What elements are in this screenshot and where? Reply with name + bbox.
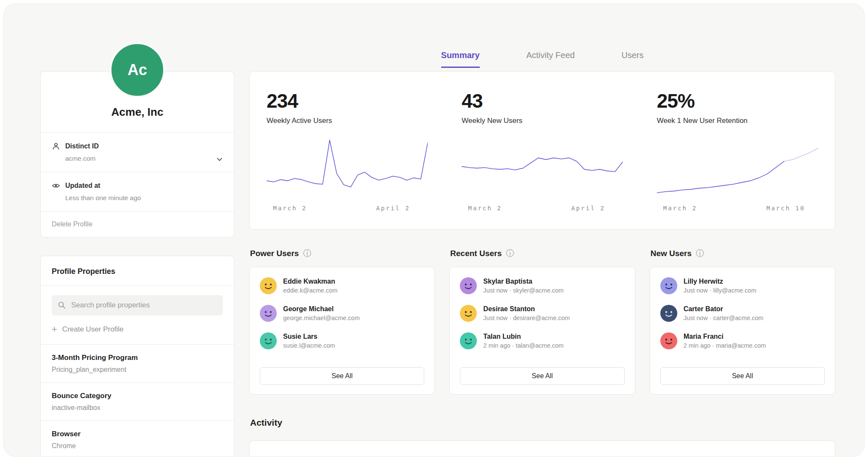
metric-label: Week 1 New User Retention [657,117,818,125]
x-tick: March 2 [468,205,502,212]
user-row[interactable]: George Michael george.michael@acme.com [260,305,424,322]
see-all-button[interactable]: See All [660,367,825,385]
create-user-profile-label: Create User Profile [62,325,124,334]
profile-properties-search[interactable] [52,295,223,315]
tab-summary[interactable]: Summary [441,50,480,68]
face-icon [660,332,677,349]
property-row[interactable]: 3-Month Pricing Program Pricing_plan_exp… [41,344,234,382]
activity-stat: 3.4k [640,441,835,457]
recent-users-header: Recent Users ⓘ [450,248,635,259]
power-users-card: Eddie Kwakman eddie.k@acme.com George Mi… [249,267,435,395]
metric-value: 43 [462,89,623,112]
tab-bar: Summary Activity Feed Users [249,50,835,68]
user-subtext: 2 min ago · talan@acme.com [483,342,564,349]
create-user-profile-button[interactable]: + Create User Profile [41,323,234,344]
face-icon [460,277,477,294]
user-subtext: Just now · carter@acme.com [684,315,764,321]
user-row[interactable]: Carter Bator Just now · carter@acme.com [660,305,825,322]
user-avatar [460,277,477,294]
user-row[interactable]: Maria Franci 2 min ago · maria@acme.com [660,332,825,349]
user-lists: Power Users ⓘ Eddie Kwakman eddie.k@acme… [249,248,835,395]
power-users-column: Power Users ⓘ Eddie Kwakman eddie.k@acme… [249,248,435,395]
user-subtext: Just now · lilly@acme.com [684,287,757,294]
user-name: Talan Lubin [483,333,564,340]
face-icon [660,277,677,294]
user-avatar [460,332,477,349]
face-icon [260,332,277,349]
updated-at-label: Updated at [65,182,100,190]
metric-label: Weekly New Users [462,117,623,125]
x-tick: April 2 [571,205,605,212]
user-avatar [460,305,477,322]
x-axis: March 2 March 10 [657,205,818,213]
metric-value: 25% [657,89,818,112]
info-icon[interactable]: ⓘ [303,248,311,259]
property-value: Chrome [52,442,223,450]
recent-users-column: Recent Users ⓘ Skylar Baptista Just now … [449,248,635,395]
user-avatar [660,332,677,349]
metric-weekly-new-users: 43 Weekly New Users March 2 April 2 [445,72,640,229]
sparkline-week1-retention [657,137,818,201]
user-avatar [660,277,677,294]
user-name: Desirae Stanton [483,305,570,313]
x-tick: March 2 [273,205,307,212]
user-row[interactable]: Talan Lubin 2 min ago · talan@acme.com [460,332,624,349]
summary-metrics-card: 234 Weekly Active Users March 2 April 2 … [249,71,835,230]
user-name: Skylar Baptista [483,278,564,285]
info-icon[interactable]: ⓘ [506,248,514,259]
metric-value: 234 [267,89,428,112]
face-icon [260,277,277,294]
activity-card: 234 240 3.4k [249,440,835,457]
distinct-id-row[interactable]: Distinct ID acme.com [41,132,234,172]
distinct-id-value: acme.com [65,155,223,162]
user-name: Maria Franci [684,333,766,340]
user-row[interactable]: Skylar Baptista Just now · skyler@acme.c… [460,277,624,294]
user-subtext: Just now · desirare@acme.com [483,315,570,321]
list-title: New Users [651,249,692,258]
see-all-button[interactable]: See All [460,367,624,385]
sparkline-weekly-new-users [462,137,623,201]
face-icon [460,332,477,349]
user-avatar [260,277,277,294]
info-icon[interactable]: ⓘ [696,248,704,259]
tab-activity-feed[interactable]: Activity Feed [526,50,575,68]
user-subtext: Just now · skyler@acme.com [483,287,564,294]
search-icon [58,301,66,309]
user-name: Susie Lars [283,333,335,340]
activity-stat: 240 [445,441,640,457]
activity-title: Activity [250,418,282,428]
tab-users[interactable]: Users [621,50,643,68]
x-axis: March 2 April 2 [267,205,428,213]
list-title: Recent Users [450,249,501,258]
user-row[interactable]: Desirae Stanton Just now · desirare@acme… [460,305,624,322]
face-icon [660,305,677,322]
property-row[interactable]: Browser Chrome [41,421,234,457]
user-avatar [260,332,277,349]
property-row[interactable]: Bounce Category inactive-mailbox [41,382,234,421]
x-axis: March 2 April 2 [462,205,623,213]
company-avatar: Ac [109,42,165,98]
user-name: George Michael [283,305,360,313]
sparkline-weekly-active-users [267,137,428,201]
company-profile-card: Ac Acme, Inc Distinct ID acme.com Update… [40,71,234,237]
delete-profile-button[interactable]: Delete Profile [41,211,234,237]
metric-weekly-active-users: 234 Weekly Active Users March 2 April 2 [250,72,445,229]
x-tick: March 2 [663,205,697,212]
chevron-down-icon[interactable] [215,155,224,164]
property-name: Browser [52,430,223,438]
search-input[interactable] [70,301,217,310]
power-users-header: Power Users ⓘ [250,248,435,259]
x-tick: April 2 [376,205,410,212]
updated-at-value: Less than one minute ago [65,194,223,202]
user-row[interactable]: Eddie Kwakman eddie.k@acme.com [260,277,424,294]
user-row[interactable]: Susie Lars susie.l@acme.com [260,332,424,349]
distinct-id-label: Distinct ID [65,142,99,150]
user-subtext: eddie.k@acme.com [283,287,337,294]
user-name: Lilly Herwitz [684,278,757,285]
see-all-button[interactable]: See All [260,367,424,385]
eye-icon [52,181,60,190]
user-row[interactable]: Lilly Herwitz Just now · lilly@acme.com [660,277,825,294]
user-subtext: george.michael@acme.com [283,315,360,321]
x-tick: March 10 [766,205,805,212]
metric-week1-retention: 25% Week 1 New User Retention March 2 Ma… [640,72,835,229]
